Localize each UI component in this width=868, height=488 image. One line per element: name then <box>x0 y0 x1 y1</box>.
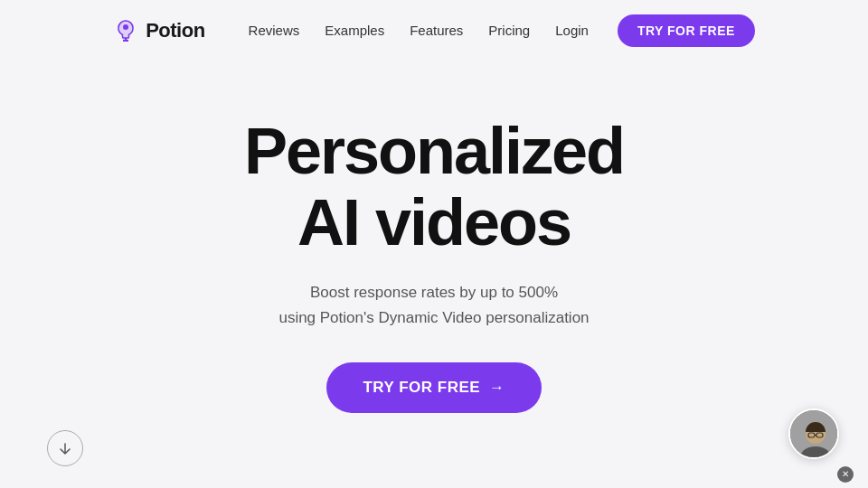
close-icon: ✕ <box>842 470 849 479</box>
nav-link-examples[interactable]: Examples <box>325 23 384 38</box>
nav-link-pricing[interactable]: Pricing <box>488 23 530 38</box>
logo-link[interactable]: Potion <box>113 18 204 43</box>
nav-item-examples[interactable]: Examples <box>325 23 384 39</box>
nav-item-features[interactable]: Features <box>410 23 463 39</box>
hero-subtitle: Boost response rates by up to 500% using… <box>278 280 589 329</box>
scroll-down-button[interactable] <box>47 430 83 466</box>
avatar-icon <box>790 410 839 459</box>
navbar: Potion Reviews Examples Features Pricing… <box>0 0 868 61</box>
chat-avatar[interactable] <box>788 408 839 459</box>
nav-item-login[interactable]: Login <box>555 23 589 39</box>
hero-title-line1: Personalized <box>244 115 624 187</box>
nav-item-reviews[interactable]: Reviews <box>249 23 300 39</box>
hero-title: Personalized AI videos <box>244 116 624 258</box>
logo-icon <box>113 18 138 43</box>
hero-title-line2: AI videos <box>297 186 571 258</box>
arrow-down-icon <box>58 441 72 455</box>
hero-cta-label: TRY FOR FREE <box>363 379 480 397</box>
hero-section: Personalized AI videos Boost response ra… <box>0 61 868 449</box>
logo-text: Potion <box>146 19 204 42</box>
svg-point-0 <box>123 24 128 30</box>
hero-subtitle-line1: Boost response rates by up to 500% <box>310 284 558 301</box>
chat-close-button[interactable]: ✕ <box>837 466 854 483</box>
nav-link-login[interactable]: Login <box>555 23 589 38</box>
nav-cta-button[interactable]: TRY FOR FREE <box>618 14 755 47</box>
nav-link-reviews[interactable]: Reviews <box>249 23 300 38</box>
nav-links: Reviews Examples Features Pricing Login <box>249 23 589 39</box>
nav-link-features[interactable]: Features <box>410 23 463 38</box>
nav-item-pricing[interactable]: Pricing <box>488 23 530 39</box>
hero-cta-arrow: → <box>489 379 505 397</box>
hero-cta-button[interactable]: TRY FOR FREE → <box>326 362 541 413</box>
hero-subtitle-line2: using Potion's Dynamic Video personaliza… <box>278 309 589 326</box>
